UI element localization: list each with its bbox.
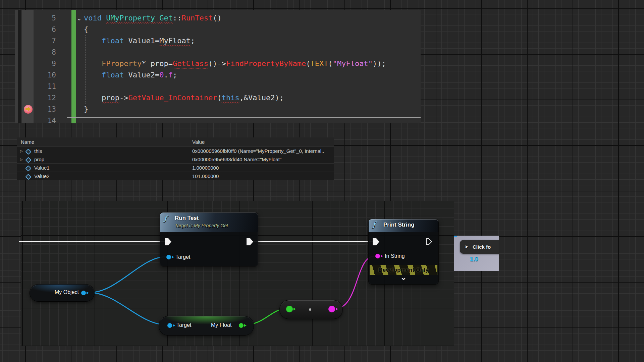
code-line[interactable]: { bbox=[84, 24, 88, 35]
watched-value: 1.0 bbox=[454, 256, 494, 263]
node-title: Run Test bbox=[175, 215, 199, 222]
editor-indicator-strip bbox=[18, 10, 21, 123]
code-token: ; bbox=[173, 71, 177, 79]
indent-guide bbox=[79, 35, 79, 104]
code-token: float bbox=[102, 71, 128, 79]
in-string-pin-label: In String bbox=[385, 253, 405, 259]
debug-value-tooltip: ➤ Click fo 1.0 bbox=[454, 236, 499, 271]
click-for-more-label: Click fo bbox=[473, 240, 491, 254]
node-header[interactable]: ƒ Print String bbox=[369, 219, 438, 232]
code-token: RunTest bbox=[181, 14, 213, 22]
code-token: f bbox=[168, 71, 173, 79]
node-subtitle: Target is My Property Get bbox=[175, 223, 228, 228]
watch-row[interactable]: ▷this0x000005960fbf0ff0 (Name="MyPropert… bbox=[17, 146, 334, 155]
line-number: 13 bbox=[35, 104, 56, 115]
node-run-test[interactable]: ƒ Run Test Target is My Property Get Tar… bbox=[160, 212, 258, 266]
code-line[interactable]: prop->GetValue_InContainer(this,&Value2)… bbox=[102, 92, 284, 104]
code-token: } bbox=[84, 105, 88, 113]
target-pin-label: Target bbox=[175, 254, 190, 260]
line-number: 7 bbox=[35, 35, 56, 47]
watch-variable-name: this bbox=[34, 147, 42, 155]
code-token: prop bbox=[102, 94, 119, 102]
watch-variable-name: Value2 bbox=[34, 172, 50, 180]
watch-variable-value: 1.00000000 bbox=[192, 164, 219, 172]
variable-icon bbox=[25, 174, 31, 180]
code-token: FProperty bbox=[102, 59, 142, 68]
reroute-out-pin[interactable] bbox=[328, 306, 335, 312]
code-token: Value1= bbox=[128, 37, 159, 45]
code-token: ( bbox=[306, 59, 310, 68]
code-token: void bbox=[84, 14, 106, 22]
node-header[interactable]: ƒ Run Test Target is My Property Get bbox=[160, 213, 258, 232]
target-pin[interactable] bbox=[167, 323, 172, 328]
variable-icon bbox=[25, 148, 31, 155]
code-token: :: bbox=[173, 14, 182, 22]
expand-arrow-icon[interactable]: ▷ bbox=[20, 147, 24, 155]
breakpoint-current-line-icon[interactable] bbox=[24, 105, 33, 114]
variable-label: My Object bbox=[55, 289, 79, 295]
code-line[interactable]: } bbox=[84, 104, 88, 115]
code-token: ()-> bbox=[208, 59, 226, 68]
line-number: 8 bbox=[35, 47, 56, 58]
code-token: 0 bbox=[159, 71, 164, 79]
exec-out-pin-hollow[interactable] bbox=[426, 238, 432, 245]
reroute-dot-icon bbox=[309, 308, 311, 311]
code-line[interactable]: void UMyProperty_Get::RunTest() bbox=[84, 12, 222, 24]
code-line[interactable]: FProperty* prop=GetClass()->FindProperty… bbox=[102, 58, 386, 69]
node-my-object[interactable]: My Object bbox=[30, 284, 95, 302]
expand-node-chevron-icon[interactable]: ⌄ bbox=[369, 274, 438, 281]
node-print-string[interactable]: ƒ Print String In String Development Onl… bbox=[368, 219, 439, 285]
my-float-output-pin[interactable] bbox=[239, 323, 244, 328]
watch-column-value[interactable]: Value bbox=[192, 137, 205, 146]
variable-icon bbox=[25, 157, 31, 163]
line-number: 9 bbox=[35, 58, 56, 69]
target-pin[interactable] bbox=[166, 255, 171, 259]
code-line[interactable]: float Value2=0.f; bbox=[102, 69, 177, 81]
expand-arrow-icon[interactable]: ▷ bbox=[20, 155, 24, 164]
my-float-pin-label: My Float bbox=[211, 322, 231, 328]
code-token: ( bbox=[328, 59, 333, 68]
line-number: 5 bbox=[35, 12, 56, 24]
click-for-more-button[interactable]: ➤ Click fo bbox=[460, 240, 499, 254]
watch-column-name[interactable]: Name bbox=[21, 137, 34, 146]
watch-variable-value: 0x000005960fbf0ff0 (Name="MyProperty_Get… bbox=[192, 147, 324, 155]
watch-row[interactable]: Value11.00000000 bbox=[17, 163, 334, 172]
function-icon: ƒ bbox=[164, 215, 167, 223]
function-icon: ƒ bbox=[373, 221, 375, 229]
code-editor-fragment[interactable]: 567891011121314 void UMyProperty_Get::Ru… bbox=[15, 10, 421, 123]
code-token: GetClass bbox=[173, 59, 208, 68]
code-token: float bbox=[102, 37, 128, 45]
fold-chevron-icon[interactable]: ⌄ bbox=[76, 13, 83, 23]
watch-variable-name: prop bbox=[34, 155, 44, 164]
node-title: Print String bbox=[383, 222, 415, 228]
reroute-in-pin[interactable] bbox=[286, 306, 293, 312]
code-token: ; bbox=[191, 37, 195, 45]
exec-in-pin[interactable] bbox=[373, 238, 379, 245]
in-string-pin[interactable] bbox=[375, 254, 380, 258]
watch-header bbox=[17, 137, 334, 147]
line-number: 14 bbox=[35, 115, 56, 123]
object-output-pin[interactable] bbox=[81, 291, 86, 295]
watch-row[interactable]: ▷prop0x00000595e633dd40 Name="MyFloat" bbox=[17, 155, 334, 164]
code-token: this bbox=[222, 94, 239, 102]
tooltip-corner-mark bbox=[454, 236, 457, 237]
exec-in-pin[interactable] bbox=[165, 238, 171, 245]
code-line[interactable]: float Value1=MyFloat; bbox=[102, 35, 195, 47]
exec-out-pin[interactable] bbox=[247, 238, 253, 245]
execution-arrow-icon bbox=[25, 107, 31, 111]
code-token: Value2= bbox=[128, 71, 159, 79]
code-token: "MyFloat" bbox=[333, 59, 373, 68]
watch-variable-value: 0x00000595e633dd40 Name="MyFloat" bbox=[192, 155, 281, 164]
editor-splitter bbox=[67, 117, 421, 118]
code-token: . bbox=[164, 71, 168, 79]
line-number: 10 bbox=[35, 69, 56, 81]
cursor-arrow-icon: ➤ bbox=[465, 240, 469, 254]
code-token: () bbox=[213, 14, 222, 22]
node-reroute[interactable] bbox=[279, 300, 343, 319]
editor-margin-strip bbox=[15, 10, 18, 123]
code-token: MyFloat bbox=[159, 37, 191, 45]
watch-window: Name Value ▷this0x000005960fbf0ff0 (Name… bbox=[17, 137, 334, 180]
node-get-my-float[interactable]: Target My Float bbox=[159, 316, 254, 336]
watch-row[interactable]: Value2101.000000 bbox=[17, 172, 334, 180]
target-pin-label: Target bbox=[176, 322, 191, 328]
